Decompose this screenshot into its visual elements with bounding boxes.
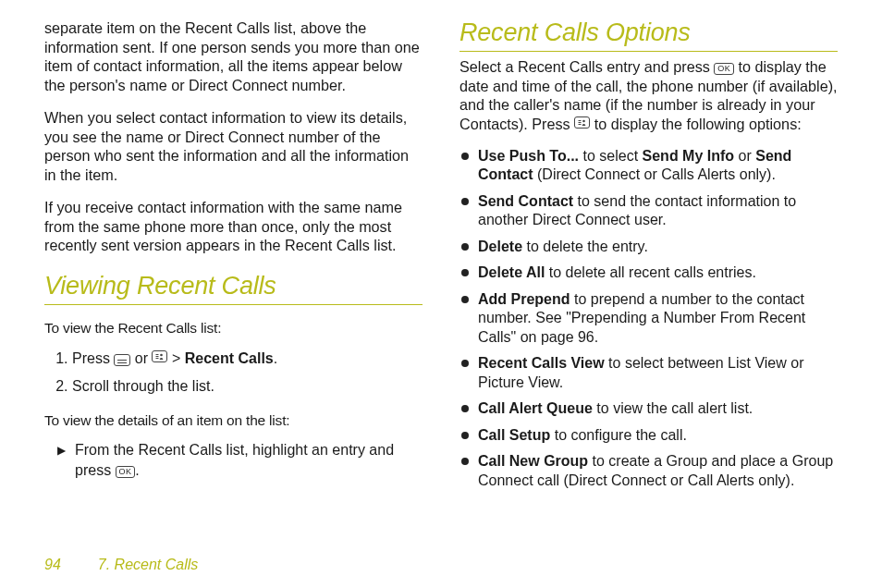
text-run: or	[734, 148, 755, 164]
svg-rect-3	[156, 358, 159, 359]
step-text: or	[130, 350, 152, 366]
step-1: Press or > Recent Calls.	[72, 348, 423, 370]
text-run: to view the call alert list.	[593, 400, 753, 416]
list-item: Call Alert Queue to view the call alert …	[461, 399, 838, 418]
page: separate item on the Recent Calls list, …	[0, 0, 882, 588]
options-intro: Select a Recent Calls entry and press OK…	[459, 57, 838, 134]
svg-point-8	[582, 120, 585, 123]
chapter-title: 7. Recent Calls	[98, 557, 199, 573]
right-column: Recent Calls Options Select a Recent Cal…	[459, 18, 838, 497]
step-2: Scroll through the list.	[72, 375, 423, 398]
list-item: Use Push To... to select Send My Info or…	[461, 147, 838, 185]
text-run: Select a Recent Calls entry and press	[459, 58, 714, 75]
steps-list: Press or > Recent Calls. Scroll through …	[44, 348, 423, 398]
lead-text: To view the details of an item on the li…	[44, 412, 423, 429]
options-bullet-list: Use Push To... to select Send My Info or…	[459, 147, 838, 490]
text-run: to delete the entry.	[522, 239, 648, 254]
option-name: Add Prepend	[478, 291, 570, 307]
paragraph: When you select contact information to v…	[44, 108, 423, 185]
text-run: to delete all recent calls entries.	[545, 264, 756, 280]
contacts-key-icon	[574, 116, 590, 129]
option-name: Call Setup	[478, 427, 550, 443]
paragraph: If you receive contact information with …	[44, 198, 423, 255]
list-item: Add Prepend to prepend a number to the c…	[461, 290, 838, 347]
paragraph: separate item on the Recent Calls list, …	[44, 18, 423, 95]
step-bold: Recent Calls	[185, 350, 274, 366]
step-text: .	[274, 350, 277, 366]
list-item: Call New Group to create a Group and pla…	[461, 452, 838, 490]
option-name: Recent Calls View	[478, 355, 605, 371]
text-run: (Direct Connect or Calls Alerts only).	[533, 166, 776, 182]
page-footer: 94 7. Recent Calls	[44, 557, 198, 573]
svg-rect-6	[579, 122, 582, 123]
triangle-bullet-icon: ▶	[57, 440, 66, 480]
list-item: Recent Calls View to select between List…	[461, 354, 838, 392]
step-text: Press	[72, 350, 114, 366]
svg-rect-2	[156, 356, 159, 357]
step-text: >	[167, 350, 184, 366]
svg-rect-5	[579, 120, 582, 121]
option-name: Send Contact	[478, 193, 573, 209]
lead-text: To view the Recent Calls list:	[44, 320, 423, 337]
option-name: Delete All	[478, 264, 545, 280]
list-item: Delete All to delete all recent calls en…	[461, 263, 838, 282]
ok-key-icon: OK	[714, 63, 734, 75]
list-item: Delete to delete the entry.	[461, 238, 838, 256]
option-name: Send My Info	[643, 148, 735, 164]
page-number: 94	[44, 557, 61, 573]
option-name: Call Alert Queue	[478, 400, 593, 416]
option-name: Call New Group	[478, 453, 588, 469]
list-item: Send Contact to send the contact informa…	[461, 192, 838, 230]
left-column: separate item on the Recent Calls list, …	[44, 18, 423, 497]
svg-rect-7	[579, 124, 582, 125]
option-name: Use Push To...	[478, 148, 579, 164]
columns: separate item on the Recent Calls list, …	[44, 18, 838, 497]
list-item: Call Setup to configure the call.	[461, 426, 838, 445]
svg-rect-1	[156, 354, 159, 355]
contacts-key-icon	[152, 350, 167, 362]
text-run: .	[135, 462, 139, 478]
heading-viewing-recent-calls: Viewing Recent Calls	[44, 272, 423, 305]
heading-recent-calls-options: Recent Calls Options	[459, 18, 838, 52]
menu-key-icon	[114, 354, 130, 366]
triangle-bullet-item: ▶ From the Recent Calls list, highlight …	[44, 440, 423, 480]
text-run: to configure the call.	[550, 427, 687, 443]
ok-key-icon: OK	[116, 466, 136, 478]
text-run: to display the following options:	[590, 116, 802, 132]
svg-point-4	[161, 354, 164, 357]
triangle-item-text: From the Recent Calls list, highlight an…	[75, 440, 423, 480]
option-name: Delete	[478, 239, 522, 254]
text-run: to select	[579, 148, 642, 164]
